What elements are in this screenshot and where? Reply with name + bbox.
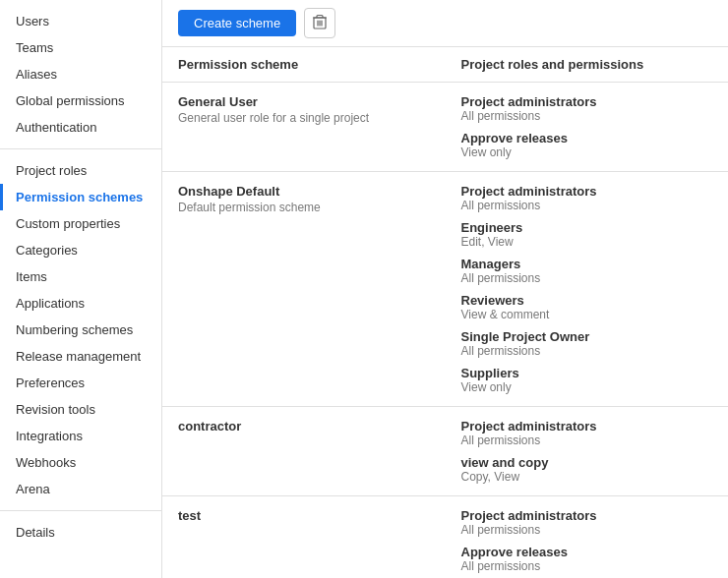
col-header-roles: Project roles and permissions [446,47,729,83]
role-permissions: All permissions [461,559,713,573]
role-entry: ReviewersView & comment [461,293,713,321]
role-entry: Project administratorsAll permissions [461,184,713,212]
sidebar-divider-1 [0,148,161,149]
role-entry: Project administratorsAll permissions [461,419,713,447]
role-name: Engineers [461,220,713,235]
delete-button[interactable] [304,8,335,38]
sidebar-item-authentication[interactable]: Authentication [0,114,161,141]
sidebar-item-release-management[interactable]: Release management [0,343,161,370]
sidebar-item-preferences[interactable]: Preferences [0,370,161,396]
role-permissions: All permissions [461,434,713,447]
scheme-cell-contractor: contractor [162,407,446,496]
sidebar-item-categories[interactable]: Categories [0,237,161,263]
role-entry: Single Project OwnerAll permissions [461,329,713,358]
scheme-cell-onshape-default: Onshape DefaultDefault permission scheme [162,172,446,407]
trash-icon [313,14,327,32]
sidebar-item-integrations[interactable]: Integrations [0,423,161,449]
role-permissions: View only [461,145,713,159]
role-entry: ManagersAll permissions [461,257,713,285]
table-row[interactable]: Onshape DefaultDefault permission scheme… [162,172,728,407]
sidebar-item-users[interactable]: Users [0,8,161,34]
role-name: Reviewers [461,293,713,308]
role-name: Approve releases [461,131,713,145]
sidebar-item-webhooks[interactable]: Webhooks [0,449,161,476]
scheme-name: Onshape Default [178,184,430,199]
sidebar: UsersTeamsAliasesGlobal permissionsAuthe… [0,0,162,578]
sidebar-item-teams[interactable]: Teams [0,34,161,61]
scheme-description: General user role for a single project [178,111,430,125]
role-permissions: All permissions [461,344,713,358]
main-content: Create scheme Permission scheme Project … [162,0,728,578]
role-entry: Project administratorsAll permissions [461,94,713,123]
role-permissions: All permissions [461,271,713,285]
role-permissions: Edit, View [461,235,713,249]
table-row[interactable]: testProject administratorsAll permission… [162,496,728,579]
role-entry: view and copyCopy, View [461,455,713,484]
scheme-description: Default permission scheme [178,201,430,214]
sidebar-item-revision-tools[interactable]: Revision tools [0,396,161,423]
role-entry: SuppliersView only [461,366,713,394]
sidebar-item-project-roles[interactable]: Project roles [0,157,161,184]
role-name: Managers [461,257,713,271]
role-permissions: View & comment [461,308,713,321]
roles-cell-general-user: Project administratorsAll permissionsApp… [446,83,729,172]
sidebar-item-applications[interactable]: Applications [0,290,161,317]
create-scheme-button[interactable]: Create scheme [178,10,296,36]
sidebar-item-custom-properties[interactable]: Custom properties [0,210,161,237]
role-name: Single Project Owner [461,329,713,344]
role-permissions: All permissions [461,109,713,123]
scheme-cell-test: test [162,496,446,579]
table-row[interactable]: General UserGeneral user role for a sing… [162,83,728,172]
role-name: Project administrators [461,94,713,109]
scheme-cell-general-user: General UserGeneral user role for a sing… [162,83,446,172]
col-header-scheme: Permission scheme [162,47,446,83]
sidebar-item-aliases[interactable]: Aliases [0,61,161,87]
role-permissions: View only [461,380,713,394]
role-name: view and copy [461,455,713,470]
roles-cell-test: Project administratorsAll permissionsApp… [446,496,729,579]
role-entry: EngineersEdit, View [461,220,713,249]
role-entry: Approve releasesAll permissions [461,545,713,573]
toolbar: Create scheme [162,0,728,47]
role-permissions: All permissions [461,523,713,537]
role-name: Project administrators [461,508,713,523]
scheme-name: test [178,508,430,523]
scheme-name: General User [178,94,430,109]
sidebar-item-arena[interactable]: Arena [0,476,161,502]
role-name: Approve releases [461,545,713,559]
roles-cell-contractor: Project administratorsAll permissionsvie… [446,407,729,496]
sidebar-divider-2 [0,510,161,511]
role-entry: Approve releasesView only [461,131,713,159]
sidebar-item-numbering-schemes[interactable]: Numbering schemes [0,317,161,343]
role-permissions: All permissions [461,199,713,212]
role-entry: Project administratorsAll permissions [461,508,713,537]
roles-cell-onshape-default: Project administratorsAll permissionsEng… [446,172,729,407]
scheme-name: contractor [178,419,430,434]
role-name: Project administrators [461,184,713,199]
permission-schemes-table: Permission scheme Project roles and perm… [162,47,728,578]
role-name: Suppliers [461,366,713,380]
sidebar-item-permission-schemes[interactable]: Permission schemes [0,184,161,210]
sidebar-item-global-permissions[interactable]: Global permissions [0,87,161,114]
sidebar-item-details[interactable]: Details [0,519,161,546]
table-row[interactable]: contractorProject administratorsAll perm… [162,407,728,496]
role-name: Project administrators [461,419,713,434]
sidebar-item-items[interactable]: Items [0,263,161,290]
role-permissions: Copy, View [461,470,713,484]
